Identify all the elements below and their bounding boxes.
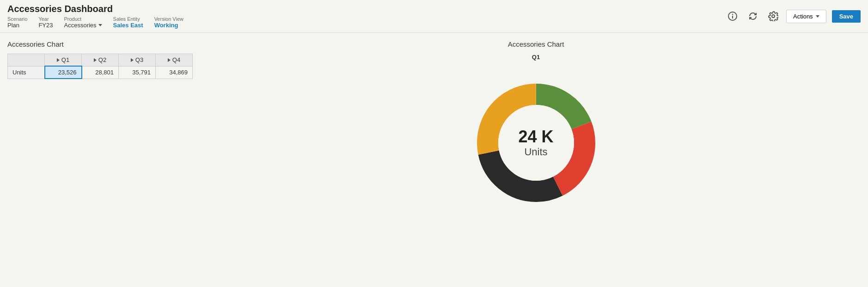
- main-content: Accessories Chart Q1 Q2: [0, 33, 868, 229]
- product-value[interactable]: Accessories: [64, 22, 102, 29]
- table-row: Units 23,526 28,801 35,791 34,869: [8, 66, 193, 79]
- q3-value[interactable]: 35,791: [119, 66, 156, 79]
- actions-button[interactable]: Actions: [786, 10, 826, 23]
- year-value: FY23: [38, 22, 53, 29]
- product-label: Product: [64, 16, 102, 22]
- chart-quarter-label: Q1: [532, 54, 540, 61]
- row-label: Units: [8, 66, 45, 79]
- q2-value[interactable]: 28,801: [82, 66, 119, 79]
- q4-label: Q4: [172, 56, 180, 63]
- chart-title: Accessories Chart: [508, 40, 564, 48]
- filters: Scenario Plan Year FY23 Product Accessor…: [7, 16, 183, 29]
- q3-expand-icon: [131, 58, 134, 62]
- table-header-q4[interactable]: Q4: [156, 54, 193, 67]
- scenario-filter: Scenario Plan: [7, 16, 27, 29]
- left-panel: Accessories Chart Q1 Q2: [7, 40, 193, 221]
- q1-expand-icon: [57, 58, 60, 62]
- sales-entity-value[interactable]: Sales East: [113, 22, 143, 29]
- table-header-q2[interactable]: Q2: [82, 54, 119, 67]
- header-right: Actions Save: [725, 9, 861, 24]
- sales-entity-filter: Sales Entity Sales East: [113, 16, 143, 29]
- q2-label: Q2: [98, 56, 106, 63]
- q4-value[interactable]: 34,869: [156, 66, 193, 79]
- chart-container: 24 K Units: [458, 64, 615, 221]
- settings-button[interactable]: [766, 9, 781, 24]
- sales-entity-label: Sales Entity: [113, 16, 143, 22]
- product-dropdown-arrow: [98, 24, 102, 26]
- right-panel: Accessories Chart Q1: [211, 40, 861, 221]
- q4-expand-icon: [168, 58, 171, 62]
- donut-units-label: Units: [518, 146, 553, 158]
- actions-dropdown-arrow: [816, 15, 819, 18]
- header-left: Accessories Dashboard Scenario Plan Year…: [7, 4, 183, 29]
- table-header-empty: [8, 54, 45, 67]
- version-view-value[interactable]: Working: [154, 22, 183, 29]
- table-header-q3[interactable]: Q3: [119, 54, 156, 67]
- svg-point-2: [732, 14, 733, 15]
- table-header-q1[interactable]: Q1: [45, 54, 82, 67]
- q1-label: Q1: [61, 56, 69, 63]
- svg-point-3: [772, 15, 775, 18]
- year-label: Year: [38, 16, 53, 22]
- q3-label: Q3: [135, 56, 143, 63]
- header: Accessories Dashboard Scenario Plan Year…: [0, 0, 868, 33]
- page-title: Accessories Dashboard: [7, 4, 183, 14]
- data-table: Q1 Q2 Q3: [7, 54, 193, 79]
- donut-value: 24 K: [518, 128, 553, 146]
- save-button[interactable]: Save: [832, 10, 861, 23]
- scenario-label: Scenario: [7, 16, 27, 22]
- product-filter[interactable]: Product Accessories: [64, 16, 102, 29]
- q1-value[interactable]: 23,526: [45, 66, 82, 79]
- year-filter: Year FY23: [38, 16, 53, 29]
- version-view-label: Version View: [154, 16, 183, 22]
- version-view-filter: Version View Working: [154, 16, 183, 29]
- donut-center: 24 K Units: [518, 128, 553, 158]
- info-button[interactable]: [725, 9, 740, 24]
- refresh-button[interactable]: [746, 9, 760, 24]
- q2-expand-icon: [94, 58, 97, 62]
- table-title: Accessories Chart: [7, 40, 193, 48]
- scenario-value: Plan: [7, 22, 27, 29]
